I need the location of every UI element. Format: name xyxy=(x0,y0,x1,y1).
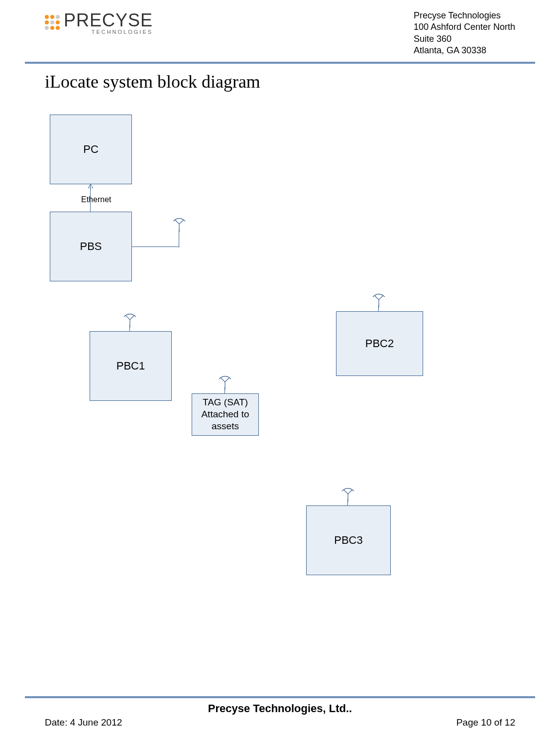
antenna-icon xyxy=(172,218,187,233)
block-pc: PC xyxy=(50,115,132,184)
logo-dots-icon xyxy=(45,15,60,30)
company-address: Precyse Technologies 100 Ashford Center … xyxy=(414,10,515,57)
company-name: Precyse Technologies xyxy=(414,10,515,21)
address-line-1: 100 Ashford Center North xyxy=(414,21,515,33)
block-tag: TAG (SAT)Attached to assets xyxy=(192,393,259,436)
footer-company: Precyse Technologies, Ltd.. xyxy=(45,702,515,715)
arrowhead-icon xyxy=(88,184,93,188)
footer-date: Date: 4 June 2012 xyxy=(45,717,122,728)
antenna-icon xyxy=(371,294,386,309)
footer-page: Page 10 of 12 xyxy=(456,717,515,728)
block-pbc2: PBC2 xyxy=(336,311,423,376)
footer-divider xyxy=(25,696,535,698)
ethernet-label: Ethernet xyxy=(81,195,111,204)
block-pbc1: PBC1 xyxy=(90,331,172,401)
page-header: PRECYSE TECHNOLOGIES Precyse Technologie… xyxy=(0,0,560,62)
block-pbs: PBS xyxy=(50,212,132,281)
antenna-icon xyxy=(340,488,355,503)
block-pbc3: PBC3 xyxy=(306,505,391,575)
block-diagram: Ethernet PC PBS PBC1 PBC2 PBC3 TAG (SAT)… xyxy=(30,92,528,640)
wire-pbs-ant-h xyxy=(132,247,179,247)
page-title: iLocate system block diagram xyxy=(45,71,560,92)
company-logo: PRECYSE TECHNOLOGIES xyxy=(45,10,153,35)
page-footer: Precyse Technologies, Ltd.. Date: 4 June… xyxy=(0,696,560,743)
address-line-2: Suite 360 xyxy=(414,33,515,45)
antenna-icon xyxy=(122,314,137,329)
logo-text: PRECYSE xyxy=(64,10,153,31)
header-divider xyxy=(25,62,535,64)
address-line-3: Atlanta, GA 30338 xyxy=(414,45,515,56)
antenna-icon xyxy=(218,376,232,391)
